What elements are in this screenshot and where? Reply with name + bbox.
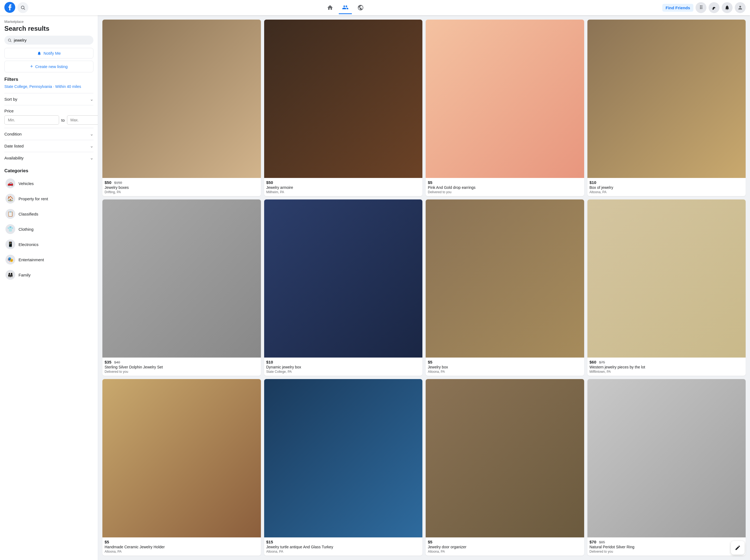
product-location-12: Delivered to you xyxy=(590,549,744,554)
product-name-11: Jewelry door organizer xyxy=(428,545,582,549)
product-price-8: $60 xyxy=(590,360,596,364)
sidebar-item-property[interactable]: 🏠 Property for rent xyxy=(4,191,93,206)
condition-filter[interactable]: Condition ⌄ xyxy=(4,128,93,140)
product-info-3: $5 Pink And Gold drop earrings Delivered… xyxy=(426,178,584,196)
product-card-9[interactable]: $5 Handmade Ceramic Jewelry Holder Altoo… xyxy=(102,379,261,556)
create-listing-button[interactable]: + Create new listing xyxy=(4,61,93,72)
product-name-7: Jewelry box xyxy=(428,365,582,369)
product-card-11[interactable]: $5 Jewelry door organizer Altoona, PA xyxy=(426,379,584,556)
price-max-input[interactable] xyxy=(67,116,98,125)
nav-friends-button[interactable] xyxy=(339,1,352,14)
product-info-7: $5 Jewelry box Altoona, PA xyxy=(426,357,584,376)
sort-by-filter[interactable]: Sort by ⌄ xyxy=(4,93,93,105)
product-card-8[interactable]: $60 $75 Western jewelry pieces by the lo… xyxy=(587,200,746,376)
product-name-8: Western jewelry pieces by the lot xyxy=(590,365,744,369)
nav-home-button[interactable] xyxy=(323,1,337,14)
notify-me-button[interactable]: Notify Me xyxy=(4,48,93,59)
product-location-5: Delivered to you xyxy=(104,370,259,374)
product-info-11: $5 Jewelry door organizer Altoona, PA xyxy=(426,537,584,556)
product-price-5: $35 xyxy=(104,360,112,364)
product-card-4[interactable]: $10 Box of jewelry Altoona, PA xyxy=(587,20,746,196)
sidebar-item-entertainment[interactable]: 🎭 Entertainment xyxy=(4,252,93,267)
sort-by-chevron: ⌄ xyxy=(90,97,93,102)
product-price-4: $10 xyxy=(590,180,596,185)
product-info-10: $15 Jewelry turtle antique And Glass Tur… xyxy=(264,537,423,556)
condition-chevron: ⌄ xyxy=(90,131,93,137)
search-input[interactable] xyxy=(14,38,90,42)
sidebar-item-vehicles[interactable]: 🚗 Vehicles xyxy=(4,176,93,191)
product-card-10[interactable]: $15 Jewelry turtle antique And Glass Tur… xyxy=(264,379,423,556)
nav-messenger-button[interactable] xyxy=(709,2,719,13)
sort-by-label: Sort by xyxy=(4,97,17,102)
nav-notifications-button[interactable] xyxy=(722,2,733,13)
location-filter[interactable]: State College, Pennsylvania · Within 40 … xyxy=(4,84,93,89)
product-card-5[interactable]: $35 $40 Sterling Silver Dolphin Jewelry … xyxy=(102,200,261,376)
product-location-1: Drifting, PA xyxy=(104,190,259,194)
price-min-input[interactable] xyxy=(4,116,59,125)
category-label-family: Family xyxy=(19,273,31,277)
page-layout: Marketplace Search results Notify Me + C… xyxy=(0,15,750,560)
sidebar-item-electronics[interactable]: 📱 Electronics xyxy=(4,237,93,252)
nav-center-icons xyxy=(28,1,662,14)
category-icon-entertainment: 🎭 xyxy=(5,255,15,265)
product-price-7: $5 xyxy=(428,360,432,364)
category-icon-family: 👨‍👩‍👧 xyxy=(5,270,15,280)
fab-edit-button[interactable] xyxy=(731,541,745,555)
find-friends-button[interactable]: Find Friends xyxy=(662,4,693,12)
product-info-2: $50 Jewelry armoire Millheim, PA xyxy=(264,178,423,196)
product-image-5 xyxy=(102,200,261,358)
category-icon-electronics: 📱 xyxy=(5,240,15,249)
product-location-3: Delivered to you xyxy=(428,190,582,194)
category-icon-clothing: 👕 xyxy=(5,224,15,234)
product-image-9 xyxy=(102,379,261,537)
svg-point-1 xyxy=(21,6,24,9)
condition-label: Condition xyxy=(4,132,21,136)
product-location-10: Altoona, PA xyxy=(267,549,420,554)
nav-groups-button[interactable] xyxy=(354,1,367,14)
category-icon-vehicles: 🚗 xyxy=(5,179,15,188)
product-location-6: State College, PA xyxy=(267,370,420,374)
nav-apps-button[interactable]: ⠿ xyxy=(695,2,706,13)
svg-line-4 xyxy=(11,41,11,42)
product-name-1: Jewelry boxes xyxy=(104,185,259,190)
search-bar[interactable] xyxy=(4,36,93,45)
product-info-6: $10 Dynamic jewelry box State College, P… xyxy=(264,357,423,376)
sidebar-item-classifieds[interactable]: 📋 Classifieds xyxy=(4,206,93,222)
product-card-2[interactable]: $50 Jewelry armoire Millheim, PA xyxy=(264,20,423,196)
price-filter: Price to xyxy=(4,105,93,128)
date-listed-filter[interactable]: Date listed ⌄ xyxy=(4,140,93,152)
sidebar: Marketplace Search results Notify Me + C… xyxy=(0,15,98,560)
product-image-2 xyxy=(264,20,423,178)
product-card-12[interactable]: $70 $85 Natural Peridot Silver Ring Deli… xyxy=(587,379,746,556)
product-name-2: Jewelry armoire xyxy=(267,185,420,190)
facebook-logo[interactable] xyxy=(4,2,15,14)
product-card-1[interactable]: $50 $150 Jewelry boxes Drifting, PA xyxy=(102,20,261,196)
product-card-7[interactable]: $5 Jewelry box Altoona, PA xyxy=(426,200,584,376)
category-label-clothing: Clothing xyxy=(19,227,34,232)
sidebar-item-clothing[interactable]: 👕 Clothing xyxy=(4,222,93,237)
product-info-4: $10 Box of jewelry Altoona, PA xyxy=(587,178,746,196)
product-location-4: Altoona, PA xyxy=(590,190,744,194)
product-card-3[interactable]: $5 Pink And Gold drop earrings Delivered… xyxy=(426,20,584,196)
nav-profile-button[interactable] xyxy=(735,2,746,13)
product-image-8 xyxy=(587,200,746,358)
breadcrumb: Marketplace xyxy=(4,20,93,24)
product-original-price-1: $150 xyxy=(114,181,122,185)
product-card-6[interactable]: $10 Dynamic jewelry box State College, P… xyxy=(264,200,423,376)
product-name-6: Dynamic jewelry box xyxy=(267,365,420,369)
product-image-6 xyxy=(264,200,423,358)
product-location-9: Altoona, PA xyxy=(104,549,259,554)
product-info-5: $35 $40 Sterling Silver Dolphin Jewelry … xyxy=(102,357,261,376)
product-info-12: $70 $85 Natural Peridot Silver Ring Deli… xyxy=(587,537,746,556)
categories-list: 🚗 Vehicles 🏠 Property for rent 📋 Classif… xyxy=(4,176,93,283)
product-price-3: $5 xyxy=(428,180,432,185)
product-price-11: $5 xyxy=(428,540,432,544)
sidebar-item-family[interactable]: 👨‍👩‍👧 Family xyxy=(4,267,93,283)
product-price-2: $50 xyxy=(267,180,273,185)
availability-filter[interactable]: Availability ⌄ xyxy=(4,152,93,164)
product-image-12 xyxy=(587,379,746,537)
category-label-classifieds: Classifieds xyxy=(19,212,38,216)
product-info-1: $50 $150 Jewelry boxes Drifting, PA xyxy=(102,178,261,196)
nav-search-button[interactable] xyxy=(17,2,28,13)
product-name-10: Jewelry turtle antique And Glass Turkey xyxy=(267,545,420,549)
